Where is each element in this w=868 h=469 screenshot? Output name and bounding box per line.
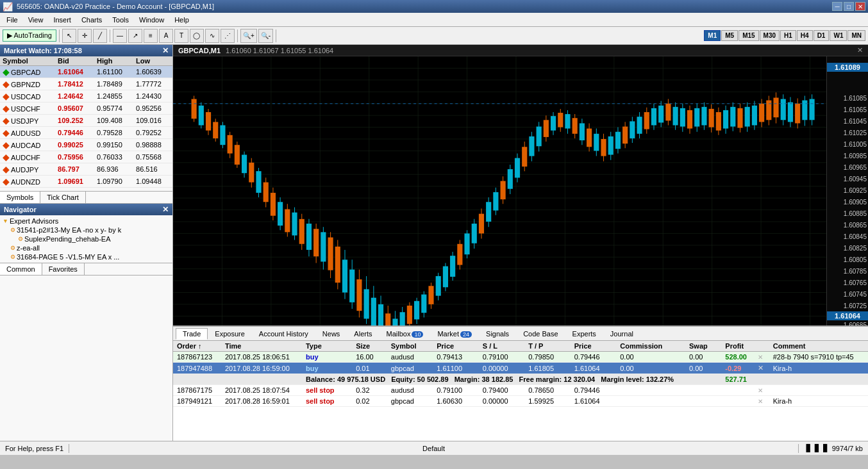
market-watch-close[interactable]: ✕ xyxy=(162,46,169,55)
toolbar-gann-icon[interactable]: ⋰ xyxy=(221,29,235,43)
menu-help[interactable]: Help xyxy=(169,15,194,25)
svg-rect-147 xyxy=(580,123,585,140)
nav-item-ea3[interactable]: ⚙ z-ea-all xyxy=(9,243,171,252)
toolbar-fib-icon[interactable]: ∿ xyxy=(205,29,219,43)
trade-row-3[interactable]: 187867175 2017.08.25 18:07:54 sell stop … xyxy=(173,385,868,396)
tf-w1[interactable]: W1 xyxy=(830,30,847,41)
toolbar-crosshair-icon[interactable]: ✛ xyxy=(78,29,92,43)
tab-account-history[interactable]: Account History xyxy=(252,328,315,340)
tf-mn[interactable]: MN xyxy=(847,30,865,41)
chart-main[interactable]: 1.61089 1.61085 1.61065 1.61045 1.61025 … xyxy=(173,56,868,325)
tab-alerts[interactable]: Alerts xyxy=(347,328,379,340)
toolbar-trendline-icon[interactable]: ↗ xyxy=(128,29,142,43)
price-11: 1.60885 xyxy=(844,210,867,217)
tab-trade[interactable]: Trade xyxy=(176,328,208,340)
nav-item-expert-advisors[interactable]: ▼ Expert Advisors xyxy=(1,217,171,226)
tab-market[interactable]: Market24 xyxy=(430,328,479,340)
menu-charts[interactable]: Charts xyxy=(76,15,107,25)
current-price-high: 1.61089 xyxy=(827,63,868,72)
market-watch-row-3[interactable]: ◆USDCHF 0.95607 0.95774 0.95256 xyxy=(0,103,172,115)
trade-header-row: Order ↑ Time Type Size Symbol Price S / … xyxy=(173,341,868,352)
mw-dot-icon-4: ◆ xyxy=(3,115,10,126)
close-3[interactable]: ✕ xyxy=(754,385,769,396)
mw-tab-tick[interactable]: Tick Chart xyxy=(40,192,86,203)
market-watch-row-6[interactable]: ◆AUDCAD 0.99025 0.99150 0.98888 xyxy=(0,139,172,151)
tab-journal[interactable]: Journal xyxy=(603,328,640,340)
navigator-close[interactable]: ✕ xyxy=(162,205,169,214)
toolbar-channel-icon[interactable]: ≡ xyxy=(144,29,158,43)
market-watch-row-0[interactable]: ◆GBPCAD 1.61064 1.61100 1.60639 xyxy=(0,66,172,78)
close-2[interactable]: ✕ xyxy=(754,363,769,374)
trade-row-2[interactable]: 187947488 2017.08.28 16:59:00 buy 0.01 g… xyxy=(173,363,868,374)
svg-rect-71 xyxy=(306,224,312,250)
sl-1: 0.79100 xyxy=(479,352,525,363)
svg-rect-87 xyxy=(364,289,369,318)
symbol-3: audusd xyxy=(387,385,433,396)
toolbar-text-icon[interactable]: A xyxy=(159,29,173,43)
tab-experts[interactable]: Experts xyxy=(565,328,603,340)
close-btn-4[interactable]: ✕ xyxy=(758,398,763,405)
tab-news[interactable]: News xyxy=(315,328,347,340)
trade-row-1[interactable]: 187867123 2017.08.25 18:06:51 buy 16.00 … xyxy=(173,352,868,363)
trade-row-4[interactable]: 187949121 2017.08.28 16:59:01 sell stop … xyxy=(173,396,868,407)
market-watch-row-1[interactable]: ◆GBPNZD 1.78412 1.78489 1.77772 xyxy=(0,78,172,90)
close-1[interactable]: ✕ xyxy=(754,352,769,363)
toolbar-zoom-in-icon[interactable]: 🔍+ xyxy=(240,29,257,43)
svg-rect-155 xyxy=(608,136,613,155)
toolbar-arrow-icon[interactable]: ↖ xyxy=(62,29,76,43)
tf-h4[interactable]: H4 xyxy=(797,30,813,41)
menu-tools[interactable]: Tools xyxy=(107,15,134,25)
nav-tab-common[interactable]: Common xyxy=(0,263,42,275)
toolbar-hline-icon[interactable]: — xyxy=(113,29,127,43)
toolbar-label-icon[interactable]: T xyxy=(174,29,188,43)
maximize-button[interactable]: □ xyxy=(844,2,854,11)
col-sl: S / L xyxy=(479,341,525,352)
tab-signals[interactable]: Signals xyxy=(479,328,516,340)
market-watch-row-2[interactable]: ◆USDCAD 1.24642 1.24855 1.24430 xyxy=(0,90,172,103)
market-watch-row-8[interactable]: ◆AUDJPY 86.797 86.936 86.516 xyxy=(0,163,172,176)
chart-svg xyxy=(173,56,826,325)
market-watch-row-7[interactable]: ◆AUDCHF 0.75956 0.76033 0.75568 xyxy=(0,151,172,163)
close-btn-1[interactable]: ✕ xyxy=(758,354,763,361)
toolbar-zoom-out-icon[interactable]: 🔍- xyxy=(258,29,273,43)
mw-bid-4: 109.252 xyxy=(55,115,94,127)
autotrading-button[interactable]: ▶ AutoTrading xyxy=(3,29,56,42)
col-bid: Bid xyxy=(55,56,94,66)
svg-rect-139 xyxy=(551,116,556,131)
tab-mailbox[interactable]: Mailbox10 xyxy=(379,328,430,340)
menu-file[interactable]: File xyxy=(1,15,23,25)
market-watch-row-5[interactable]: ◆AUDUSD 0.79446 0.79528 0.79252 xyxy=(0,127,172,139)
tf-d1[interactable]: D1 xyxy=(814,30,830,41)
market-watch-row-4[interactable]: ◆USDJPY 109.252 109.408 109.016 xyxy=(0,115,172,127)
nav-item-ea2[interactable]: ⚙ SuplexPending_chehab-EA xyxy=(17,234,171,243)
menu-view[interactable]: View xyxy=(23,15,49,25)
chart-canvas[interactable] xyxy=(173,56,826,325)
toolbar-line-icon[interactable]: ╱ xyxy=(93,29,107,43)
tab-exposure[interactable]: Exposure xyxy=(208,328,251,340)
toolbar-ellipse-icon[interactable]: ◯ xyxy=(190,29,204,43)
tf-m15[interactable]: M15 xyxy=(739,30,758,41)
type-4: sell stop xyxy=(302,396,352,407)
close-button[interactable]: ✕ xyxy=(855,2,865,11)
tab-code-base[interactable]: Code Base xyxy=(516,328,565,340)
close-btn-2[interactable]: ✕ xyxy=(758,364,764,372)
mw-tab-symbols[interactable]: Symbols xyxy=(0,192,40,203)
market-watch-row-9[interactable]: ◆AUDNZD 1.09691 1.09790 1.09448 xyxy=(0,176,172,188)
tf-m30[interactable]: M30 xyxy=(760,30,780,41)
close-btn-3[interactable]: ✕ xyxy=(758,387,763,394)
close-4[interactable]: ✕ xyxy=(754,396,769,407)
menu-insert[interactable]: Insert xyxy=(48,15,76,25)
nav-tab-favorites[interactable]: Favorites xyxy=(42,263,85,275)
symbol-4: gbpcad xyxy=(387,396,433,407)
tf-m1[interactable]: M1 xyxy=(704,30,721,41)
tf-h1[interactable]: H1 xyxy=(780,30,796,41)
chart-close-button[interactable]: ✕ xyxy=(857,46,863,54)
minimize-button[interactable]: ─ xyxy=(832,2,842,11)
tf-m5[interactable]: M5 xyxy=(721,30,738,41)
tp-4: 1.59925 xyxy=(524,396,571,407)
svg-rect-107 xyxy=(436,276,441,296)
nav-item-ea4[interactable]: ⚙ 31684-PAGE 5 -V1.5-MY EA x ... xyxy=(9,252,171,261)
menu-window[interactable]: Window xyxy=(134,15,169,25)
mw-high-8: 86.936 xyxy=(94,163,133,176)
nav-item-ea1[interactable]: ⚙ 31541-p2#13-My EA -no x y- by k xyxy=(9,226,171,234)
